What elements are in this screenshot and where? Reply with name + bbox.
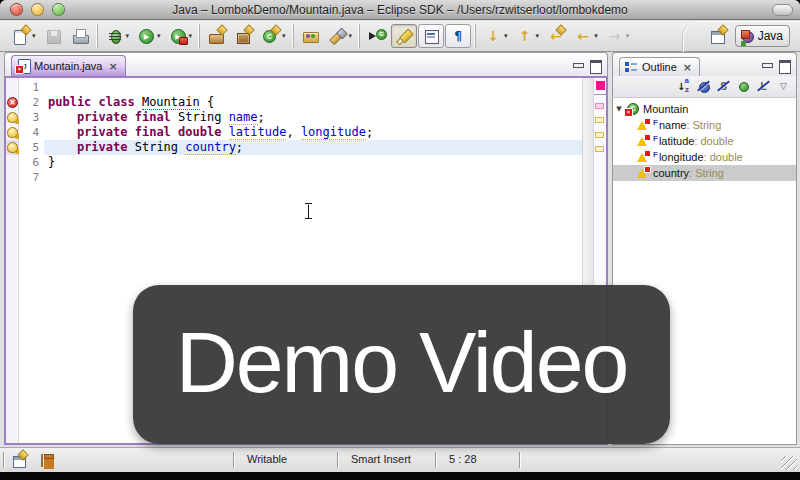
code-line[interactable] — [44, 170, 582, 185]
gutter-cell — [6, 80, 18, 95]
last-edit-location-button[interactable]: ← — [543, 24, 569, 48]
code-line[interactable]: } — [44, 155, 582, 170]
resize-grip[interactable] — [781, 456, 797, 470]
open-perspective-button[interactable] — [705, 24, 731, 48]
outline-tab[interactable]: Outline × — [619, 57, 700, 76]
dropdown-arrow-icon[interactable]: ▾ — [349, 32, 353, 40]
dropdown-arrow-icon[interactable]: ▾ — [594, 32, 598, 40]
maximize-outline-icon[interactable] — [778, 60, 790, 71]
new-java-project-button[interactable] — [204, 24, 230, 48]
java-file-error-icon — [17, 59, 30, 73]
sort-icon[interactable]: ↓ — [676, 79, 691, 94]
editor-tab-close-icon[interactable]: × — [109, 61, 118, 72]
forward-button: →▾ — [602, 24, 633, 48]
show-whitespace-button[interactable]: ¶ — [445, 24, 471, 48]
code-line[interactable]: private String country; — [44, 140, 582, 155]
dropdown-arrow-icon[interactable]: ▾ — [282, 32, 286, 40]
editor-minmax — [572, 60, 601, 76]
text-cursor-pointer — [304, 203, 313, 220]
dropdown-arrow-icon[interactable]: ▾ — [504, 32, 508, 40]
view-menu-icon[interactable]: ▽ — [776, 79, 791, 94]
overview-ruler-separator — [594, 94, 607, 95]
code-line[interactable]: private final double latitude, longitude… — [44, 125, 582, 140]
outline-tab-close-icon[interactable]: × — [683, 62, 692, 73]
minimize-editor-icon[interactable] — [572, 60, 584, 71]
debug-button[interactable]: ▾ — [102, 24, 133, 48]
outline-item-type: : double — [694, 135, 733, 147]
warning-lightbulb-icon[interactable] — [7, 142, 18, 153]
code-token: private — [77, 140, 135, 154]
code-token: public class — [48, 95, 142, 109]
code-token: { — [200, 95, 214, 109]
error-marker-icon[interactable] — [7, 97, 18, 108]
perspective-bar: Java — [682, 21, 800, 52]
java-perspective-icon — [739, 28, 755, 44]
status-divider — [337, 452, 339, 468]
dropdown-arrow-icon[interactable]: ▾ — [189, 32, 193, 40]
warning-lightbulb-icon[interactable] — [7, 112, 18, 123]
hide-static-icon[interactable]: S — [716, 79, 731, 94]
print-button[interactable] — [67, 24, 93, 48]
warning-lightbulb-icon[interactable] — [7, 127, 18, 138]
outline-item-longitude[interactable]: Flongitude : double — [613, 149, 796, 165]
minimize-outline-icon[interactable] — [761, 60, 773, 71]
previous-annotation-button[interactable]: ↑▾ — [512, 24, 543, 48]
next-annotation-icon: ↓ — [483, 26, 503, 46]
annotation-gutter[interactable] — [6, 78, 19, 443]
dropdown-arrow-icon[interactable]: ▾ — [626, 32, 630, 40]
fast-view-icon[interactable] — [10, 451, 28, 469]
dropdown-arrow-icon[interactable]: ▾ — [126, 32, 130, 40]
outline-item-country[interactable]: country : String — [613, 165, 796, 181]
maximize-editor-icon[interactable] — [589, 60, 601, 71]
toggle-breadcrumb-button[interactable] — [364, 24, 390, 48]
open-type-button[interactable] — [298, 24, 324, 48]
code-line[interactable]: private final String name; — [44, 110, 582, 125]
hide-fields-icon[interactable] — [696, 79, 711, 94]
outline-item-latitude[interactable]: Flatitude : double — [613, 133, 796, 149]
code-token: country — [185, 140, 236, 155]
run-button[interactable]: ▾ — [133, 24, 164, 48]
next-annotation-button[interactable]: ↓▾ — [480, 24, 511, 48]
outline-tab-row: Outline × — [612, 52, 797, 76]
dropdown-arrow-icon[interactable]: ▾ — [157, 32, 161, 40]
print-icon — [70, 26, 90, 46]
show-selected-element-button[interactable] — [418, 24, 444, 48]
new-wizard-button[interactable]: ▾ — [8, 24, 39, 48]
editor-tab-label: Mountain.java — [34, 60, 103, 72]
outline-item-Mountain[interactable]: ▼Mountain — [613, 101, 796, 117]
run-external-tools-icon — [168, 26, 188, 46]
title-bar[interactable]: Java – LombokDemo/Mountain.java – Eclips… — [0, 0, 800, 20]
outline-item-label: name — [659, 119, 687, 131]
code-line[interactable] — [44, 80, 582, 95]
overview-error-header-icon[interactable] — [596, 81, 605, 90]
code-line[interactable]: public class Mountain { — [44, 95, 582, 110]
overview-error-marker[interactable] — [595, 103, 604, 109]
outline-tab-label: Outline — [642, 61, 677, 73]
dropdown-arrow-icon[interactable]: ▾ — [32, 32, 36, 40]
toolbar-toggle-lozenge[interactable] — [772, 4, 793, 16]
search-button[interactable]: ▾ — [325, 24, 356, 48]
overview-warning-marker[interactable] — [595, 132, 604, 138]
view-shortcut-icon[interactable] — [38, 451, 56, 469]
dropdown-arrow-icon[interactable]: ▾ — [536, 32, 540, 40]
overview-warning-marker[interactable] — [595, 146, 604, 152]
outline-item-name[interactable]: Fname : String — [613, 117, 796, 133]
new-java-class-button[interactable]: ▾ — [258, 24, 289, 48]
main-toolbar: ▾▾▾▾▾▾¶↓▾↑▾←←▾→▾ Java — [0, 21, 800, 52]
code-token: ; — [366, 125, 373, 139]
back-button[interactable]: ←▾ — [570, 24, 601, 48]
final-decorator: F — [653, 117, 658, 127]
gutter-cell — [6, 95, 18, 110]
hide-local-types-icon[interactable]: L — [756, 79, 771, 94]
field-warning-icon — [635, 134, 650, 148]
java-perspective-button[interactable]: Java — [735, 25, 790, 47]
overview-warning-marker[interactable] — [595, 117, 604, 123]
run-external-tools-button[interactable]: ▾ — [165, 24, 196, 48]
hide-non-public-icon[interactable] — [736, 79, 751, 94]
mark-occurrences-button[interactable] — [391, 24, 417, 48]
editor-tab-mountain-java[interactable]: Mountain.java × — [11, 55, 126, 76]
code-token: private final — [77, 110, 178, 124]
new-java-package-button[interactable] — [231, 24, 257, 48]
line-number: 7 — [19, 170, 44, 185]
toolbar-group: ▾▾▾ — [97, 24, 200, 48]
